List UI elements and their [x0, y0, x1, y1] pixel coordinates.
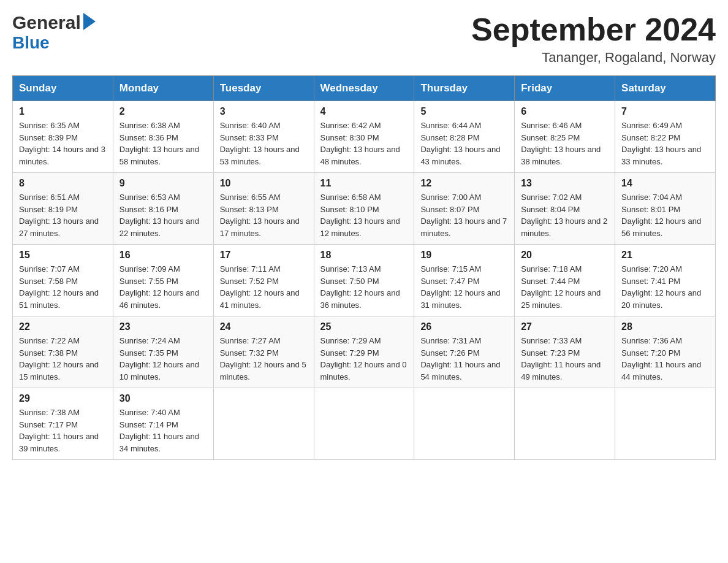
logo-arrow-icon [83, 13, 96, 30]
day-cell: 29 Sunrise: 7:38 AMSunset: 7:17 PMDaylig… [13, 388, 113, 460]
day-cell: 24 Sunrise: 7:27 AMSunset: 7:32 PMDaylig… [213, 316, 314, 388]
column-header-saturday: Saturday [615, 76, 716, 101]
day-info: Sunrise: 6:51 AMSunset: 8:19 PMDaylight:… [19, 193, 99, 238]
column-header-monday: Monday [113, 76, 213, 101]
day-number: 6 [521, 106, 609, 117]
day-number: 23 [119, 321, 207, 332]
day-number: 12 [420, 178, 508, 189]
week-row-4: 22 Sunrise: 7:22 AMSunset: 7:38 PMDaylig… [13, 316, 716, 388]
day-number: 18 [320, 250, 408, 261]
location-title: Tananger, Rogaland, Norway [471, 50, 716, 66]
day-number: 19 [420, 250, 508, 261]
day-number: 15 [19, 250, 107, 261]
column-header-friday: Friday [515, 76, 615, 101]
day-info: Sunrise: 7:07 AMSunset: 7:58 PMDaylight:… [19, 264, 99, 310]
day-number: 21 [621, 250, 709, 261]
day-cell: 30 Sunrise: 7:40 AMSunset: 7:14 PMDaylig… [113, 388, 213, 460]
day-cell: 10 Sunrise: 6:55 AMSunset: 8:13 PMDaylig… [213, 173, 314, 245]
day-number: 13 [521, 178, 609, 189]
logo: General Blue [12, 12, 96, 53]
column-header-tuesday: Tuesday [213, 76, 314, 101]
day-cell: 17 Sunrise: 7:11 AMSunset: 7:52 PMDaylig… [213, 245, 314, 316]
day-number: 16 [119, 250, 207, 261]
day-number: 8 [19, 178, 107, 189]
column-header-wednesday: Wednesday [314, 76, 414, 101]
day-cell [213, 388, 314, 460]
day-cell: 4 Sunrise: 6:42 AMSunset: 8:30 PMDayligh… [314, 101, 414, 173]
day-cell: 3 Sunrise: 6:40 AMSunset: 8:33 PMDayligh… [213, 101, 314, 173]
day-number: 25 [320, 321, 408, 332]
day-info: Sunrise: 7:00 AMSunset: 8:07 PMDaylight:… [420, 193, 507, 238]
day-info: Sunrise: 7:11 AMSunset: 7:52 PMDaylight:… [220, 264, 300, 310]
day-info: Sunrise: 6:46 AMSunset: 8:25 PMDaylight:… [521, 121, 601, 166]
day-info: Sunrise: 7:02 AMSunset: 8:04 PMDaylight:… [521, 193, 607, 238]
day-cell [414, 388, 515, 460]
day-number: 17 [220, 250, 308, 261]
calendar-body: 1 Sunrise: 6:35 AMSunset: 8:39 PMDayligh… [13, 101, 716, 460]
day-cell [615, 388, 716, 460]
day-cell: 26 Sunrise: 7:31 AMSunset: 7:26 PMDaylig… [414, 316, 515, 388]
day-number: 29 [19, 393, 107, 404]
week-row-3: 15 Sunrise: 7:07 AMSunset: 7:58 PMDaylig… [13, 245, 716, 316]
month-title: September 2024 [471, 12, 716, 47]
day-number: 5 [420, 106, 508, 117]
day-info: Sunrise: 7:27 AMSunset: 7:32 PMDaylight:… [220, 336, 306, 381]
day-info: Sunrise: 7:09 AMSunset: 7:55 PMDaylight:… [119, 264, 199, 310]
week-row-1: 1 Sunrise: 6:35 AMSunset: 8:39 PMDayligh… [13, 101, 716, 173]
day-number: 30 [119, 393, 207, 404]
calendar-table: SundayMondayTuesdayWednesdayThursdayFrid… [12, 75, 716, 460]
day-info: Sunrise: 7:33 AMSunset: 7:23 PMDaylight:… [521, 336, 601, 381]
day-number: 4 [320, 106, 408, 117]
day-info: Sunrise: 7:38 AMSunset: 7:17 PMDaylight:… [19, 408, 99, 453]
day-cell: 6 Sunrise: 6:46 AMSunset: 8:25 PMDayligh… [515, 101, 615, 173]
day-cell: 11 Sunrise: 6:58 AMSunset: 8:10 PMDaylig… [314, 173, 414, 245]
day-info: Sunrise: 7:40 AMSunset: 7:14 PMDaylight:… [119, 408, 199, 453]
day-number: 9 [119, 178, 207, 189]
day-number: 20 [521, 250, 609, 261]
day-info: Sunrise: 7:29 AMSunset: 7:29 PMDaylight:… [320, 336, 407, 381]
day-cell [515, 388, 615, 460]
day-number: 10 [220, 178, 308, 189]
day-info: Sunrise: 6:35 AMSunset: 8:39 PMDaylight:… [19, 121, 105, 166]
day-number: 26 [420, 321, 508, 332]
day-cell: 1 Sunrise: 6:35 AMSunset: 8:39 PMDayligh… [13, 101, 113, 173]
day-info: Sunrise: 7:24 AMSunset: 7:35 PMDaylight:… [119, 336, 199, 381]
day-cell: 5 Sunrise: 6:44 AMSunset: 8:28 PMDayligh… [414, 101, 515, 173]
day-info: Sunrise: 6:49 AMSunset: 8:22 PMDaylight:… [621, 121, 701, 166]
day-cell: 8 Sunrise: 6:51 AMSunset: 8:19 PMDayligh… [13, 173, 113, 245]
day-info: Sunrise: 7:31 AMSunset: 7:26 PMDaylight:… [420, 336, 500, 381]
day-info: Sunrise: 7:36 AMSunset: 7:20 PMDaylight:… [621, 336, 701, 381]
day-cell: 22 Sunrise: 7:22 AMSunset: 7:38 PMDaylig… [13, 316, 113, 388]
day-cell: 23 Sunrise: 7:24 AMSunset: 7:35 PMDaylig… [113, 316, 213, 388]
day-cell: 16 Sunrise: 7:09 AMSunset: 7:55 PMDaylig… [113, 245, 213, 316]
day-info: Sunrise: 7:04 AMSunset: 8:01 PMDaylight:… [621, 193, 701, 238]
day-number: 2 [119, 106, 207, 117]
day-cell: 21 Sunrise: 7:20 AMSunset: 7:41 PMDaylig… [615, 245, 716, 316]
day-info: Sunrise: 6:38 AMSunset: 8:36 PMDaylight:… [119, 121, 199, 166]
day-cell: 13 Sunrise: 7:02 AMSunset: 8:04 PMDaylig… [515, 173, 615, 245]
day-number: 27 [521, 321, 609, 332]
day-info: Sunrise: 7:13 AMSunset: 7:50 PMDaylight:… [320, 264, 400, 310]
day-cell: 9 Sunrise: 6:53 AMSunset: 8:16 PMDayligh… [113, 173, 213, 245]
day-cell: 7 Sunrise: 6:49 AMSunset: 8:22 PMDayligh… [615, 101, 716, 173]
page-header: General Blue September 2024 Tananger, Ro… [12, 12, 716, 66]
day-cell: 20 Sunrise: 7:18 AMSunset: 7:44 PMDaylig… [515, 245, 615, 316]
day-number: 7 [621, 106, 709, 117]
day-info: Sunrise: 7:20 AMSunset: 7:41 PMDaylight:… [621, 264, 701, 310]
day-info: Sunrise: 6:53 AMSunset: 8:16 PMDaylight:… [119, 193, 199, 238]
day-info: Sunrise: 6:40 AMSunset: 8:33 PMDaylight:… [220, 121, 300, 166]
day-cell: 27 Sunrise: 7:33 AMSunset: 7:23 PMDaylig… [515, 316, 615, 388]
day-info: Sunrise: 7:18 AMSunset: 7:44 PMDaylight:… [521, 264, 601, 310]
day-cell: 2 Sunrise: 6:38 AMSunset: 8:36 PMDayligh… [113, 101, 213, 173]
day-number: 28 [621, 321, 709, 332]
day-number: 1 [19, 106, 107, 117]
day-cell: 25 Sunrise: 7:29 AMSunset: 7:29 PMDaylig… [314, 316, 414, 388]
day-info: Sunrise: 7:22 AMSunset: 7:38 PMDaylight:… [19, 336, 99, 381]
day-info: Sunrise: 6:42 AMSunset: 8:30 PMDaylight:… [320, 121, 400, 166]
day-number: 14 [621, 178, 709, 189]
day-number: 3 [220, 106, 308, 117]
calendar-header-row: SundayMondayTuesdayWednesdayThursdayFrid… [13, 76, 716, 101]
day-cell: 18 Sunrise: 7:13 AMSunset: 7:50 PMDaylig… [314, 245, 414, 316]
day-number: 11 [320, 178, 408, 189]
day-cell: 12 Sunrise: 7:00 AMSunset: 8:07 PMDaylig… [414, 173, 515, 245]
